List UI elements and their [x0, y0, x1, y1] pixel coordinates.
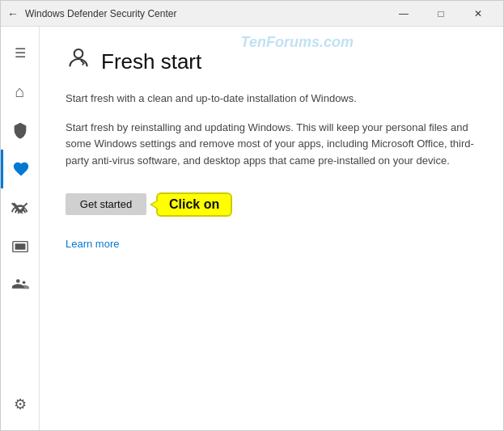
sidebar-item-family[interactable] [1, 266, 40, 305]
titlebar: ← Windows Defender Security Center — □ ✕ [1, 1, 503, 27]
get-started-button[interactable]: Get started [66, 193, 146, 215]
close-button[interactable]: ✕ [460, 1, 497, 27]
fresh-start-icon [66, 46, 91, 78]
content-area: Fresh start Start fresh with a clean and… [40, 27, 503, 430]
heart-icon [12, 160, 30, 178]
svg-point-3 [22, 281, 25, 285]
callout-label: Click on [169, 197, 219, 212]
sidebar-item-settings[interactable]: ⚙ [1, 385, 40, 424]
back-button[interactable]: ← [7, 7, 19, 20]
sidebar-item-shield[interactable] [1, 111, 40, 150]
page-header: Fresh start [66, 46, 477, 78]
device-icon [11, 238, 29, 256]
family-icon [11, 277, 29, 294]
minimize-button[interactable]: — [385, 1, 422, 27]
shield-icon [11, 121, 29, 139]
svg-point-2 [15, 279, 19, 283]
main-area: ☰ ⌂ [1, 27, 503, 430]
description-1: Start fresh with a clean and up-to-date … [66, 91, 477, 107]
maximize-button[interactable]: □ [422, 1, 460, 27]
sidebar-bottom: ⚙ [1, 385, 40, 430]
svg-point-4 [74, 49, 83, 58]
window-controls: — □ ✕ [385, 1, 497, 27]
button-row: Get started Click on [66, 192, 477, 217]
page-title: Fresh start [101, 49, 201, 74]
sidebar-item-wireless[interactable] [1, 188, 40, 227]
sidebar-item-hamburger[interactable]: ☰ [1, 33, 40, 72]
description-2: Start fresh by reinstalling and updating… [66, 120, 477, 170]
window-title: Windows Defender Security Center [25, 8, 176, 19]
window: ← Windows Defender Security Center — □ ✕… [0, 0, 504, 431]
sidebar: ☰ ⌂ [1, 27, 40, 430]
svg-rect-1 [15, 243, 25, 249]
wifi-icon [11, 199, 29, 217]
person-icon [66, 46, 91, 72]
titlebar-left: ← Windows Defender Security Center [7, 7, 176, 20]
sidebar-item-home[interactable]: ⌂ [1, 72, 40, 111]
sidebar-item-family-safety[interactable] [1, 150, 40, 188]
callout-tooltip: Click on [156, 192, 232, 217]
sidebar-item-device[interactable] [1, 227, 40, 266]
learn-more-link[interactable]: Learn more [66, 238, 119, 250]
